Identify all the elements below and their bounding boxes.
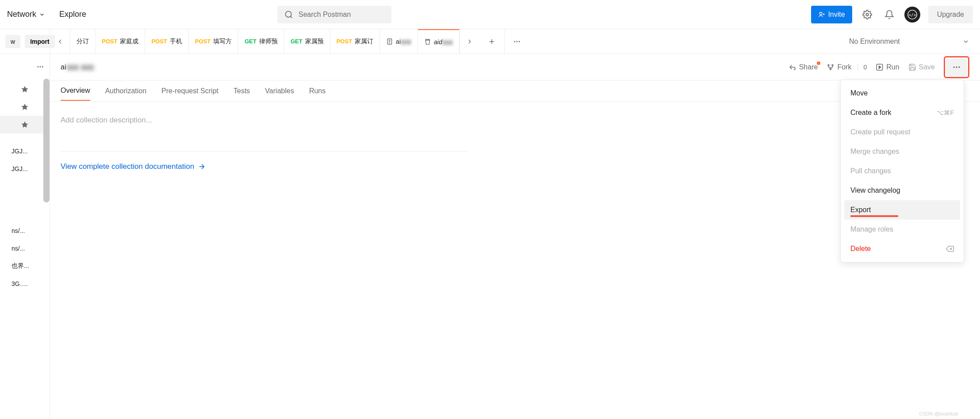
tab[interactable]: ai▮▮▮	[380, 29, 418, 53]
share-button[interactable]: Share	[789, 63, 818, 71]
svg-point-18	[40, 66, 41, 67]
nav-network-label: Network	[7, 10, 36, 19]
dropdown-item-manage-roles: Manage roles	[844, 220, 960, 239]
fork-count: 0	[858, 64, 867, 71]
svg-point-28	[953, 66, 955, 68]
collection-icon	[424, 38, 431, 46]
sidebar-item[interactable]: ns/...	[0, 240, 50, 257]
tab[interactable]: POST手机	[145, 29, 188, 53]
tabs-scroll-left[interactable]	[50, 29, 70, 53]
tab-label: ai	[396, 38, 401, 45]
star-icon	[21, 121, 29, 129]
method-badge: GET	[245, 38, 256, 45]
content-tab-runs[interactable]: Runs	[309, 82, 325, 100]
tab[interactable]: POST家属订	[330, 29, 380, 53]
tab-label: 填写方	[213, 38, 232, 46]
tab[interactable]: GET家属预	[284, 29, 330, 53]
invite-button[interactable]: Invite	[811, 6, 852, 23]
tabs-scroll-right[interactable]	[459, 29, 480, 53]
sidebar-item[interactable]: JGJ...	[0, 160, 50, 178]
avatar[interactable]: </>	[904, 7, 920, 23]
tab-label: 家庭成	[120, 38, 138, 46]
sidebar-item[interactable]: JGJ...	[0, 142, 50, 160]
sidebar-star[interactable]	[0, 116, 50, 133]
sidebar-star[interactable]	[0, 80, 50, 98]
tab-label: 分订	[77, 38, 89, 46]
tab[interactable]: POST家庭成	[96, 29, 145, 53]
save-button[interactable]: Save	[908, 63, 935, 71]
settings-button[interactable]	[860, 8, 874, 22]
dropdown-item-create-pull-request: Create pull request	[844, 122, 960, 142]
sidebar-item[interactable]: 3G….	[0, 275, 50, 293]
search-placeholder: Search Postman	[299, 11, 351, 19]
description-input[interactable]: Add collection description...	[61, 112, 881, 128]
svg-point-29	[956, 66, 957, 68]
content-tab-variables[interactable]: Variables	[265, 82, 294, 100]
dots-icon	[36, 63, 44, 71]
more-options-button[interactable]	[946, 58, 967, 76]
tab-label: 律师预	[259, 38, 278, 46]
dropdown-item-merge-changes: Merge changes	[844, 142, 960, 161]
dropdown-label: Move	[850, 89, 868, 97]
svg-point-30	[958, 66, 960, 68]
nav-network[interactable]: Network	[7, 10, 45, 19]
tab-label: 家属预	[305, 38, 324, 46]
sidebar-item[interactable]: 也界...	[0, 257, 50, 275]
title-text: ai	[61, 63, 66, 71]
backspace-icon	[946, 245, 954, 253]
new-tab-button[interactable]	[480, 29, 505, 53]
method-badge: POST	[195, 38, 211, 45]
tab[interactable]: aid▮▮▮	[418, 29, 459, 53]
bell-icon	[884, 10, 894, 19]
fork-button[interactable]: Fork	[827, 63, 851, 71]
environment-selector[interactable]: No Environment	[838, 29, 980, 53]
dropdown-item-delete[interactable]: Delete	[844, 239, 960, 259]
search-box[interactable]: Search Postman	[277, 6, 391, 23]
content-tab-overview[interactable]: Overview	[61, 81, 90, 101]
tab-label: 家属订	[355, 38, 373, 46]
tab[interactable]: GET律师预	[238, 29, 284, 53]
dropdown-item-create-a-fork[interactable]: Create a fork⌥⌘F	[844, 103, 960, 122]
dropdown-label: Export	[850, 206, 871, 214]
content-tab-tests[interactable]: Tests	[234, 82, 250, 100]
svg-text:</>: </>	[908, 12, 916, 17]
dropdown-item-move[interactable]: Move	[844, 84, 960, 103]
title-blur: ▮▮▮ ▮▮▮j	[67, 63, 94, 71]
divider	[61, 151, 467, 152]
sidebar-item[interactable]: ns/...	[0, 222, 50, 240]
notifications-button[interactable]	[882, 8, 896, 22]
dropdown-label: Pull changes	[850, 167, 891, 175]
sidebar-star[interactable]	[0, 98, 50, 116]
tab[interactable]: 分订	[70, 29, 96, 53]
svg-point-19	[42, 66, 43, 67]
content-tab-authorization[interactable]: Authorization	[105, 82, 146, 100]
collection-title[interactable]: ai ▮▮▮ ▮▮▮j	[61, 63, 94, 71]
nav-explore[interactable]: Explore	[59, 10, 86, 19]
invite-icon	[818, 11, 825, 18]
svg-point-25	[830, 69, 831, 70]
sidebar-item-label: ns/...	[11, 245, 25, 252]
content-header: ai ▮▮▮ ▮▮▮j Share Fork 0 Run	[50, 54, 980, 80]
dropdown-item-view-changelog[interactable]: View changelog	[844, 181, 960, 200]
sidebar-scrollbar[interactable]	[43, 79, 50, 202]
run-button[interactable]: Run	[876, 63, 899, 71]
top-header: Network Explore Search Postman Invite </…	[0, 0, 980, 29]
tab-label: 手机	[170, 38, 182, 46]
left-actions: w Import	[0, 29, 50, 53]
sidebar-options[interactable]	[36, 63, 44, 72]
new-button[interactable]: w	[5, 35, 20, 48]
content-tab-pre-request-script[interactable]: Pre-request Script	[161, 82, 218, 100]
sidebar-top	[0, 54, 50, 80]
fork-label: Fork	[837, 63, 851, 71]
top-right: Invite </> Upgrade	[811, 6, 973, 23]
upgrade-button[interactable]: Upgrade	[928, 6, 973, 23]
tab-options-button[interactable]	[505, 29, 529, 53]
sidebar-item-label: ns/...	[11, 227, 25, 234]
tab[interactable]: POST填写方	[189, 29, 238, 53]
sidebar-item-label: JGJ...	[11, 148, 28, 155]
dropdown-label: Merge changes	[850, 148, 899, 156]
svg-marker-22	[22, 122, 28, 128]
tab-blur: ▮▮▮	[401, 38, 411, 45]
method-badge: POST	[337, 38, 352, 45]
view-documentation-link[interactable]: View complete collection documentation	[61, 162, 881, 171]
